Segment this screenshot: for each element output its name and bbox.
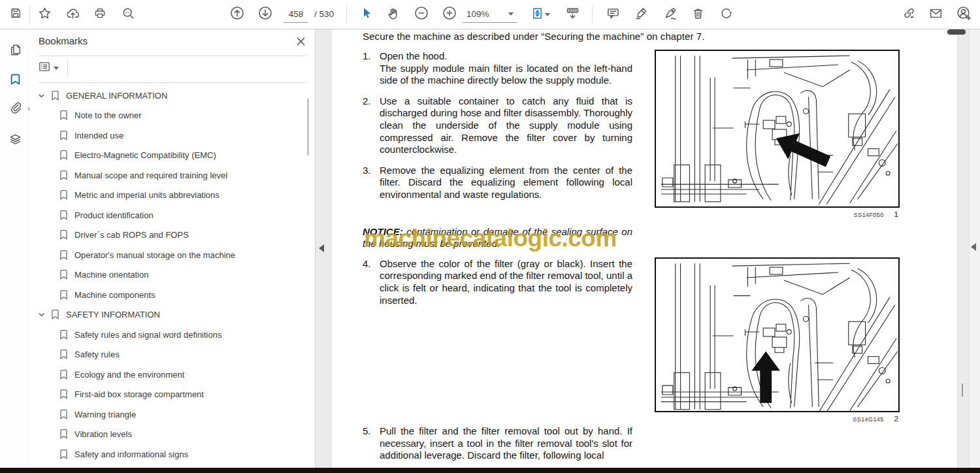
sidebar-rail [0, 29, 30, 468]
hand-tool-button[interactable] [382, 3, 405, 26]
figure-2-drawing [655, 257, 900, 412]
chevron-down-icon[interactable] [37, 310, 46, 319]
next-page-button[interactable] [253, 3, 277, 26]
bookmark-item[interactable]: Ecology and the environment [30, 365, 315, 385]
step-text: Observe the color of the filter (gray or… [380, 258, 632, 306]
page-forward-arrow[interactable] [971, 243, 976, 251]
bookmark-item[interactable]: Metric and imperial units abbreviations [30, 186, 315, 206]
step-number: 2. [363, 95, 380, 156]
bookmark-item-label: Manual scope and required training level [74, 171, 227, 180]
bookmark-ribbon-icon [59, 250, 69, 261]
page-down-icon [258, 6, 272, 23]
bookmark-item[interactable]: Safety and informational signs [30, 444, 315, 465]
delete-button[interactable] [686, 3, 710, 26]
page-layout-icon [566, 7, 580, 23]
bookmark-item[interactable]: Safety rules and signal word definitions [30, 325, 315, 345]
bookmark-item[interactable]: First-aid box storage compartment [30, 385, 315, 405]
document-viewport: Secure the machine as described under “S… [316, 29, 980, 468]
comment-button[interactable] [601, 3, 625, 26]
bookmark-item[interactable]: Intended use [30, 125, 315, 146]
select-tool-icon [360, 7, 373, 22]
bookmark-ribbon-icon [59, 210, 69, 221]
zoom-level-dropdown[interactable]: 109% [463, 6, 517, 23]
bookmark-item[interactable]: Warning triangle [30, 404, 315, 425]
fit-page-dropdown[interactable] [543, 3, 552, 26]
figure-1-code: SS14F050 [854, 212, 884, 218]
bookmark-item-label: Safety and informational signs [74, 449, 188, 459]
upload-button[interactable] [61, 3, 84, 26]
bookmarks-icon [8, 73, 22, 89]
favorite-button[interactable] [33, 3, 56, 26]
highlighter-button[interactable] [629, 3, 653, 26]
bookmark-item-label: Intended use [74, 131, 123, 140]
share-link-button[interactable] [897, 3, 921, 26]
steps-1-3: 1. Open the hood.The supply module main … [363, 50, 632, 201]
bookmark-item[interactable]: Note to the owner [30, 106, 315, 126]
pdf-viewer-window: { "toolbar": { "page_current": "458", "p… [0, 0, 980, 473]
bookmark-item[interactable]: SAFETY INFORMATION [30, 305, 315, 325]
search-document-button[interactable] [116, 3, 140, 26]
print-button[interactable] [88, 3, 112, 26]
select-tool-button[interactable] [355, 3, 378, 26]
bookmark-item[interactable]: Product identification [30, 205, 315, 225]
search-document-icon [122, 7, 135, 23]
chevron-down-icon[interactable] [37, 91, 46, 101]
bookmark-options-button[interactable] [38, 59, 64, 76]
zoom-out-button[interactable] [410, 3, 433, 26]
add-person-icon [956, 6, 971, 23]
panel-collapse-notch[interactable]: ‹ [27, 103, 30, 113]
bookmark-item[interactable]: Machine orientation [30, 265, 315, 285]
step-number: 4. [363, 258, 380, 306]
step-5: 5. Pull the filter and the filter remova… [363, 425, 632, 462]
bookmark-ribbon-icon [59, 369, 69, 380]
panel-scrollbar-thumb[interactable] [307, 98, 309, 155]
print-icon [93, 7, 106, 22]
previous-page-button[interactable] [225, 3, 249, 26]
page-up-icon [230, 6, 244, 23]
scrollbar-thumb-top[interactable] [947, 29, 966, 35]
attachments-button[interactable] [3, 97, 27, 121]
page-number-input[interactable] [284, 6, 308, 23]
bookmark-item-label: SAFETY INFORMATION [66, 310, 160, 319]
toolbar-separator [592, 6, 593, 23]
bookmark-item-label: Electro-Magnetic Compatibility (EMC) [74, 150, 216, 160]
bookmark-ribbon-icon [50, 309, 61, 320]
bookmark-item[interactable]: Electro-Magnetic Compatibility (EMC) [30, 146, 315, 166]
panel-close-button[interactable] [293, 35, 308, 50]
bookmark-item-label: Safety rules and signal word definitions [74, 330, 221, 340]
bookmarks-button[interactable] [3, 69, 27, 92]
bookmark-item[interactable]: Manual scope and required training level [30, 165, 315, 186]
page-back-arrow[interactable] [319, 244, 324, 252]
bookmark-item[interactable]: Vibration levels [30, 425, 315, 445]
rotate-button[interactable] [714, 3, 738, 26]
email-button[interactable] [924, 3, 947, 26]
ink-signature-button[interactable] [659, 3, 682, 26]
bookmark-item[interactable]: Safety rules [30, 345, 315, 365]
chevron-down-icon [508, 12, 514, 16]
bookmark-ribbon-icon [59, 349, 69, 360]
step-text: Remove the equalizing element from the c… [380, 165, 632, 201]
page-layout-button[interactable] [561, 3, 584, 26]
toolbar-separator [346, 6, 347, 23]
page-thumbnails-button[interactable] [3, 39, 27, 63]
bookmark-item[interactable]: Driver´s cab ROPS and FOPS [30, 225, 315, 246]
zoom-in-button[interactable] [438, 3, 461, 26]
bookmark-item-label: Product identification [74, 210, 154, 220]
bookmark-item[interactable]: GENERAL INFORMATION [30, 86, 315, 106]
bookmark-item-label: Warning triangle [74, 410, 136, 419]
add-person-button[interactable] [952, 3, 975, 26]
bookmark-item[interactable]: Machine components [30, 285, 315, 305]
bookmark-ribbon-icon [59, 110, 69, 121]
delete-icon [691, 7, 705, 23]
figure-1-caption: SS14F050 1 [655, 210, 900, 218]
bookmark-item-label: Machine components [74, 290, 155, 300]
bookmark-item-label: GENERAL INFORMATION [66, 91, 167, 101]
bookmark-item-label: Driver´s cab ROPS and FOPS [74, 230, 189, 240]
bookmark-item-label: Vibration levels [74, 429, 132, 439]
bookmark-item[interactable]: Operator's manual storage on the machine [30, 245, 315, 265]
layers-button[interactable] [3, 129, 27, 152]
save-button[interactable] [4, 3, 27, 26]
panel-divider [39, 82, 306, 83]
bookmarks-panel: Bookmarks GENERAL INFORMATION Note to th… [30, 29, 316, 468]
rotate-icon [719, 7, 733, 23]
